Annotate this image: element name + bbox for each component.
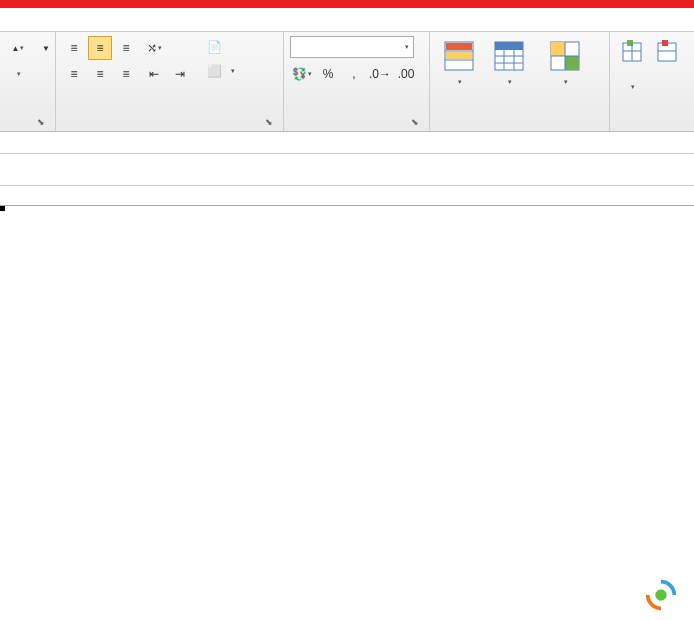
tab-pdf-tools[interactable] [224, 8, 252, 31]
tab-review[interactable] [56, 8, 84, 31]
indent-increase-button[interactable]: ⇥ [168, 62, 192, 86]
tab-diy[interactable] [196, 8, 224, 31]
styles-group-label [436, 127, 603, 131]
formula-bar-area [0, 132, 694, 154]
number-group-label: ⬊ [290, 127, 423, 131]
insert-button[interactable]: ▾ [616, 36, 648, 96]
number-expand-icon[interactable]: ⬊ [409, 117, 421, 129]
pinyin-button[interactable]: ▾ [6, 62, 30, 86]
cell-styles-button[interactable]: ▾ [536, 36, 594, 91]
watermark [642, 576, 686, 614]
tab-formulas[interactable] [0, 8, 28, 31]
cell-styles-icon [549, 40, 581, 72]
ribbon-tabs [0, 8, 694, 32]
grow-font-button[interactable]: ▲▾ [6, 36, 30, 60]
decrease-decimal-button[interactable]: .00 [394, 62, 418, 86]
fill-handle[interactable] [0, 206, 5, 211]
align-center-button[interactable]: ≡ [88, 62, 112, 86]
tab-data[interactable] [28, 8, 56, 31]
shrink-font-button[interactable]: ▼ [34, 36, 58, 60]
selection-box [0, 206, 4, 210]
group-styles: ▾ ▾ ▾ [430, 32, 610, 131]
svg-rect-21 [662, 40, 668, 46]
group-font: ▲▾ ▾ ▼ ⬊ [0, 32, 56, 131]
wrap-text-button[interactable]: 📄 [202, 36, 240, 58]
font-expand-icon[interactable]: ⬊ [35, 117, 47, 129]
tab-view[interactable] [84, 8, 112, 31]
svg-rect-6 [495, 42, 523, 50]
tab-ffgz[interactable] [168, 8, 196, 31]
column-headers [0, 186, 694, 206]
conditional-format-icon [443, 40, 475, 72]
svg-point-23 [655, 589, 666, 600]
title-bar [0, 0, 694, 8]
indent-decrease-button[interactable]: ⇤ [142, 62, 166, 86]
spacer [0, 154, 694, 186]
format-table-button[interactable]: ▾ [486, 36, 532, 91]
tab-developer[interactable] [112, 8, 140, 31]
brand-logo-icon [642, 576, 680, 614]
align-right-button[interactable]: ≡ [114, 62, 138, 86]
wrap-icon: 📄 [207, 40, 222, 54]
format-table-icon [493, 40, 525, 72]
insert-icon [620, 40, 644, 64]
delete-icon [655, 40, 679, 64]
group-alignment: ≡ ≡ ≡ ≡ ≡ ≡ ⤭▾ ⇤ ⇥ 📄 [56, 32, 284, 131]
conditional-format-button[interactable]: ▾ [436, 36, 482, 91]
tab-pdf-toolset[interactable] [252, 8, 280, 31]
chevron-down-icon: ▾ [405, 43, 409, 51]
align-bottom-button[interactable]: ≡ [114, 36, 138, 60]
increase-decimal-button[interactable]: .0→ [368, 62, 392, 86]
alignment-group-label: ⬊ [62, 127, 277, 131]
align-middle-button[interactable]: ≡ [88, 36, 112, 60]
svg-rect-12 [551, 42, 565, 56]
tab-foxit-pdf[interactable] [140, 8, 168, 31]
svg-rect-13 [565, 56, 579, 70]
ribbon: ▲▾ ▾ ▼ ⬊ ≡ ≡ ≡ ≡ ≡ ≡ [0, 32, 694, 132]
font-group-label: ⬊ [6, 115, 49, 131]
currency-button[interactable]: 💱▾ [290, 62, 314, 86]
percent-button[interactable]: % [316, 62, 340, 86]
align-left-button[interactable]: ≡ [62, 62, 86, 86]
spreadsheet [0, 186, 694, 206]
number-format-select[interactable]: ▾ [290, 36, 414, 58]
delete-button[interactable] [652, 36, 682, 70]
orientation-button[interactable]: ⤭▾ [142, 36, 166, 60]
merge-icon: ⬜ [207, 64, 222, 78]
svg-rect-4 [446, 52, 472, 59]
align-expand-icon[interactable]: ⬊ [263, 117, 275, 129]
merge-center-button[interactable]: ⬜ ▾ [202, 60, 240, 82]
svg-rect-3 [446, 43, 472, 50]
align-top-button[interactable]: ≡ [62, 36, 86, 60]
comma-button[interactable]: , [342, 62, 366, 86]
group-number: ▾ 💱▾ % , .0→ .00 ⬊ [284, 32, 430, 131]
group-cells: ▾ [610, 32, 688, 131]
cells-group-label [616, 127, 682, 131]
